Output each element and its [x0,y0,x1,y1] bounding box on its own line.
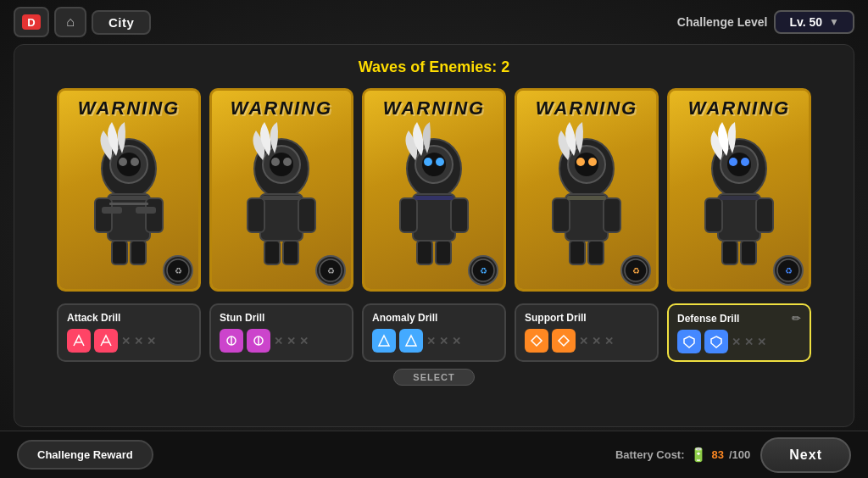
anomaly-x-2: ✕ [439,335,448,347]
anomaly-icon-2 [399,329,423,353]
support-x-3: ✕ [604,335,614,347]
svg-text:♻: ♻ [632,266,640,275]
svg-rect-65 [720,196,759,200]
enemy-card-1[interactable]: WARNING [57,88,201,292]
svg-rect-36 [451,198,468,232]
bottom-right: Battery Cost: 🔋 83 /100 Next [615,437,851,473]
svg-text:♻: ♻ [175,266,182,275]
support-drill-card[interactable]: Support Drill ✕ ✕ ✕ [515,303,659,362]
warning-banner-2: WARNING [212,97,351,119]
svg-rect-21 [260,194,303,241]
anomaly-drill-icons: ✕ ✕ ✕ [372,329,496,353]
enemy-card-4[interactable]: WARNING [515,88,659,292]
svg-rect-22 [248,198,264,232]
enemy-card-3[interactable]: WARNING [362,88,506,292]
stun-drill-title: Stun Drill [220,312,264,324]
svg-marker-73 [406,336,416,346]
attack-drill-icons: ✕ ✕ ✕ [67,329,191,353]
attack-drill-card[interactable]: Attack Drill ✕ ✕ ✕ [57,303,201,362]
defense-icon-2 [704,330,728,353]
next-button[interactable]: Next [760,437,851,473]
svg-rect-48 [553,198,570,232]
svg-rect-11 [136,207,156,214]
drill-x-3: ✕ [147,335,156,347]
svg-point-20 [283,158,292,166]
svg-point-59 [741,158,749,166]
enemy-card-2[interactable]: WARNING [209,88,353,292]
character-art-1 [70,118,188,270]
attack-drill-title: Attack Drill [67,312,120,324]
svg-rect-39 [415,196,453,200]
svg-rect-35 [400,198,417,232]
defense-x-2: ✕ [744,336,754,348]
main-panel: Waves of Enemies: 2 WARNING [14,44,854,427]
character-art-2 [222,118,341,270]
character-art-4 [527,118,646,270]
warning-banner-1: WARNING [59,97,198,119]
svg-rect-49 [604,198,620,232]
drill-x-1: ✕ [121,335,131,347]
svg-rect-13 [109,203,148,205]
stun-icon-1 [220,329,243,353]
top-bar: D ⌂ City Challenge Level Lv. 50 ▼ [0,0,868,44]
svg-rect-34 [413,194,455,241]
svg-rect-8 [112,241,127,264]
svg-rect-23 [298,198,315,232]
organic-badge-3: ♻ [468,255,498,286]
home-icon: ⌂ [66,14,75,30]
anomaly-drill-card[interactable]: Anomaly Drill ✕ ✕ ✕ [362,303,506,362]
challenge-level-label: Challenge Level [677,15,768,29]
level-badge[interactable]: Lv. 50 ▼ [774,10,854,34]
support-drill-icons: ✕ ✕ ✕ [525,329,648,353]
warning-banner-5: WARNING [670,97,809,119]
select-button[interactable]: SELECT [393,369,474,386]
svg-text:♻: ♻ [327,266,335,275]
anomaly-icon-1 [372,329,396,353]
attack-icon-2 [94,329,118,353]
anomaly-x-1: ✕ [426,335,436,347]
warning-banner-3: WARNING [364,97,504,119]
stun-x-1: ✕ [274,335,283,347]
support-icon-2 [552,329,576,353]
svg-rect-63 [722,241,737,264]
enemy-card-5[interactable]: WARNING [667,88,811,292]
svg-rect-37 [417,241,432,264]
defense-drill-card[interactable]: Defense Drill ✏ ✕ ✕ ✕ [667,303,811,362]
stun-x-2: ✕ [287,335,296,347]
home-button[interactable]: ⌂ [54,7,86,37]
waves-count: 2 [501,58,509,75]
defense-x-1: ✕ [732,336,741,348]
svg-point-45 [576,158,585,166]
back-button[interactable]: D [14,7,49,37]
organic-badge-2: ♻ [315,255,346,286]
select-btn-row: SELECT [28,369,840,386]
svg-rect-26 [262,196,301,200]
stun-x-3: ✕ [299,335,309,347]
organic-badge-1: ♻ [163,255,193,286]
character-art-3 [375,118,493,270]
support-drill-title: Support Drill [525,312,587,324]
svg-point-33 [436,158,444,166]
support-x-1: ✕ [579,335,588,347]
svg-rect-60 [718,194,760,241]
back-icon: D [22,14,41,30]
organic-badge-5: ♻ [773,255,804,286]
stun-drill-card[interactable]: Stun Drill ✕ ✕ ✕ [209,303,353,362]
svg-rect-25 [283,241,298,264]
challenge-reward-button[interactable]: Challenge Reward [17,440,153,470]
edit-icon[interactable]: ✏ [792,312,801,325]
battery-max-value: /100 [729,448,750,461]
svg-point-32 [424,158,432,166]
svg-point-19 [271,158,280,166]
svg-point-58 [729,158,737,166]
svg-rect-5 [108,194,150,241]
city-label: City [92,10,151,35]
svg-rect-50 [570,241,585,264]
svg-text:♻: ♻ [480,266,487,275]
svg-marker-72 [379,336,389,346]
svg-rect-62 [756,198,773,232]
svg-rect-10 [102,207,122,214]
defense-drill-icons: ✕ ✕ ✕ [677,330,801,353]
battery-icon: 🔋 [690,447,707,463]
enemy-cards-row: WARNING [28,88,840,292]
